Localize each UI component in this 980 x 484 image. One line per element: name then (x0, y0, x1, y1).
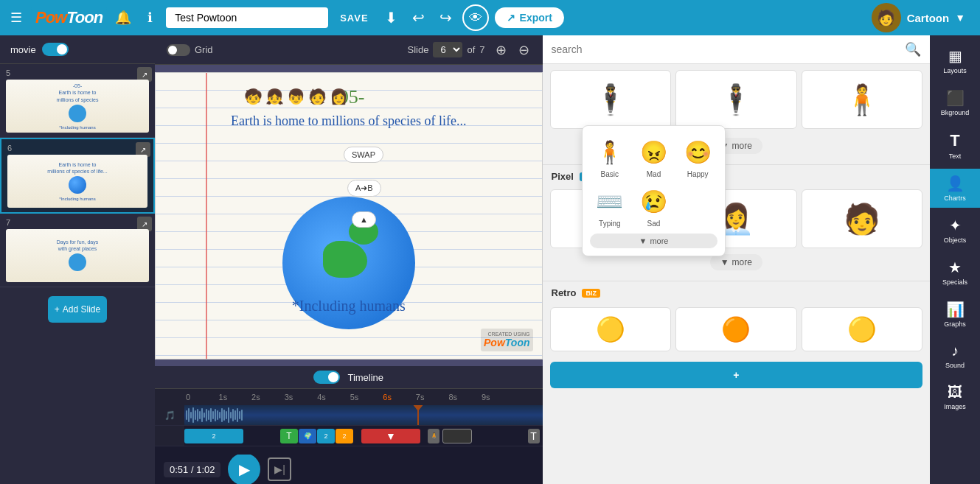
popup-char-label-sad: Sad (647, 220, 661, 228)
char-item-tux2[interactable]: 🕴 (675, 70, 797, 129)
popup-char-basic[interactable]: 🧍 Basic (590, 133, 630, 178)
zoom-out-button[interactable]: ⊖ (517, 41, 531, 60)
slide-item-05[interactable]: 5 ↗ -05-Earth is home tomillions of spec… (0, 64, 155, 138)
popup-char-happy[interactable]: 😊 Happy (678, 133, 717, 178)
sidebar-item-text[interactable]: T Text (930, 125, 980, 166)
right-action-button[interactable]: + (550, 362, 923, 388)
earth-land1 (323, 241, 367, 278)
hamburger-menu[interactable]: ☰ (7, 7, 25, 29)
sidebar-item-sound[interactable]: ♪ Sound (930, 337, 980, 375)
ruler-mark-7s: 7s (414, 393, 448, 401)
retro-char-3[interactable]: 🟡 (802, 307, 923, 351)
stick-fig-4: 🧑 (308, 88, 327, 105)
clip-8[interactable] (442, 429, 472, 443)
objects-icon: ✦ (949, 217, 962, 234)
avatar[interactable]: 🧑 (872, 3, 901, 32)
retro-char-2[interactable]: 🟠 (675, 307, 797, 351)
audio-track-row: 🎵 (155, 405, 543, 426)
slide-number-select[interactable]: 6 (433, 42, 462, 57)
retro-section-label: Retro BIZ (543, 283, 931, 303)
notifications-bell[interactable]: 🔔 (113, 7, 133, 28)
clip-3[interactable]: 🌍 (299, 429, 316, 443)
sound-label: Sound (945, 362, 965, 369)
playhead-marker (412, 405, 424, 411)
retro-character-grid: 🟡 🟠 🟡 (543, 303, 931, 356)
graphs-label: Graphs (944, 320, 966, 328)
download-icon[interactable]: ⬇ (380, 6, 402, 29)
export-button[interactable]: ↗ Export (495, 7, 564, 28)
zoom-in-button[interactable]: ⊕ (494, 41, 508, 60)
add-slide-button[interactable]: + Add Slide (48, 296, 107, 323)
layouts-icon: ▦ (948, 47, 962, 65)
clip-5[interactable]: 2 (336, 429, 353, 443)
slide-frame[interactable]: -05- Earth is home to millions of specie… (155, 72, 543, 360)
current-time: 0:51 (170, 464, 188, 475)
ruler-mark-3s: 3s (283, 393, 316, 401)
objects-label: Objects (944, 236, 967, 244)
undo-button[interactable]: ↩ (408, 6, 429, 29)
triangle-button[interactable]: ▲ (352, 211, 376, 228)
ruler-mark-5s: 5s (349, 393, 382, 401)
sidebar-item-characters[interactable]: 👤 Chartrs (930, 169, 980, 208)
character-popup: 🧍 Basic 😠 Mad 😊 Happy ⌨️ Typing 😢 Sad ▼ (582, 125, 726, 256)
ruler-mark-1s: 1s (218, 393, 251, 401)
chevron-down-icon-2: ▼ (720, 257, 729, 267)
sidebar-item-images[interactable]: 🖼 Images (930, 378, 980, 416)
sidebar-item-graphs[interactable]: 📊 Graphs (930, 295, 980, 334)
popup-more-button[interactable]: ▼ more (590, 234, 717, 248)
popup-char-typing[interactable]: ⌨️ Typing (590, 183, 630, 228)
redo-button[interactable]: ↪ (435, 6, 456, 29)
sidebar-item-layouts[interactable]: ▦ Layouts (930, 41, 980, 80)
app-logo[interactable]: PowToon (31, 7, 107, 29)
presentation-title-input[interactable] (166, 7, 328, 28)
popup-char-label-basic: Basic (601, 170, 619, 178)
clip-4[interactable]: 2 (317, 429, 335, 443)
movie-toggle-switch[interactable] (42, 43, 69, 56)
retro-char-1[interactable]: 🟡 (550, 307, 672, 351)
panel-divider-2 (543, 281, 931, 281)
grid-toggle-switch[interactable] (167, 44, 190, 56)
playhead[interactable] (417, 405, 419, 425)
audio-track-control[interactable]: 🎵 (155, 405, 184, 425)
more-button-pixel[interactable]: ▼ more (710, 254, 762, 270)
background-label: Bkground (941, 109, 970, 116)
audio-track-content (184, 405, 543, 425)
retro-char-img-2: 🟠 (721, 315, 751, 343)
popup-char-mad[interactable]: 😠 Mad (634, 133, 674, 178)
clip-7[interactable]: 🧍 (428, 429, 439, 443)
save-button[interactable]: SAVE (334, 10, 374, 27)
slide-thumbnail-06: Earth is home tomillions of species of l… (7, 155, 147, 208)
ruler-mark-8s: 8s (447, 393, 480, 401)
play-button[interactable]: ▶ (228, 453, 260, 484)
char-item-tux1[interactable]: 🕴 (550, 70, 672, 129)
slide-item-07[interactable]: 7 ↗ Days for fun, dayswith great places (0, 214, 155, 287)
clip-6[interactable]: ▼ (361, 429, 420, 443)
sidebar-item-background[interactable]: ⬛ Bkground (930, 83, 980, 122)
slide-item-06[interactable]: 6 ↗ Earth is home tomillions of species … (0, 138, 155, 214)
pixel-char-3[interactable]: 🧑 (802, 189, 923, 248)
char-img-tux3: 🧍 (844, 83, 880, 117)
sidebar-item-specials[interactable]: ★ Specials (930, 253, 980, 292)
user-area: 🧑 Cartoon ▼ (864, 3, 973, 32)
ab-button[interactable]: A➜B (347, 180, 381, 197)
popup-char-sad[interactable]: 😢 Sad (634, 183, 674, 228)
timeline-area: Timeline 0 1s 2s 3s 4s 5s 6s 7s 8s 9s 🎵 (155, 366, 543, 455)
user-dropdown-arrow[interactable]: ▼ (955, 12, 965, 24)
clip-1[interactable]: 2 (184, 429, 243, 443)
char-item-tux3[interactable]: 🧍 (802, 70, 923, 129)
search-input[interactable] (552, 43, 900, 55)
movie-label: movie (10, 44, 36, 55)
timeline-toggle-switch[interactable] (313, 371, 340, 384)
swap-button[interactable]: SWAP (344, 147, 383, 163)
next-slide-button[interactable]: ▶| (268, 457, 291, 481)
clip-2[interactable]: T (280, 429, 298, 443)
text-label: Text (949, 152, 962, 160)
biz-badge: BIZ (582, 289, 600, 298)
info-icon[interactable]: ℹ (139, 7, 160, 28)
sidebar-item-objects[interactable]: ✦ Objects (930, 211, 980, 250)
clip-add-right[interactable]: T (528, 429, 540, 443)
canvas-area: Grid Slide 6 of 7 ⊕ ⊖ -05- Earth is home… (155, 35, 543, 484)
ruler-mark-9s: 9s (480, 393, 513, 401)
search-icon[interactable]: 🔍 (905, 41, 921, 57)
preview-button[interactable]: 👁 (462, 4, 489, 31)
